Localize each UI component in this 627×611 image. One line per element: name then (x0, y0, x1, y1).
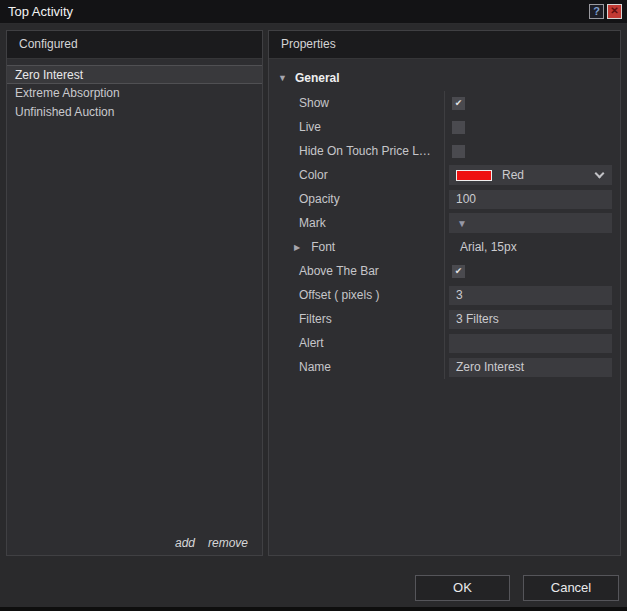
list-item-zero-interest[interactable]: Zero Interest (7, 65, 262, 84)
row-live: Live (269, 115, 620, 139)
row-hide-on-touch: Hide On Touch Price L… (269, 139, 620, 163)
chevron-down-icon (595, 169, 605, 179)
show-label: Show (269, 91, 445, 115)
properties-panel: Properties ▼ General Show ✔ Live Hide On… (268, 30, 621, 556)
titlebar[interactable]: Top Activity ? ✕ (0, 0, 627, 24)
check-icon: ✔ (455, 99, 463, 108)
properties-panel-title: Properties (269, 31, 620, 59)
row-opacity: Opacity (269, 187, 620, 211)
row-name: Name (269, 355, 620, 379)
remove-link[interactable]: remove (208, 536, 248, 550)
ok-button[interactable]: OK (415, 575, 510, 601)
name-input[interactable] (449, 358, 612, 377)
row-show: Show ✔ (269, 91, 620, 115)
list-item-unfinished-auction[interactable]: Unfinished Auction (7, 103, 262, 122)
section-general[interactable]: ▼ General (269, 65, 620, 91)
alert-input[interactable] (449, 334, 612, 353)
hide-on-touch-checkbox[interactable] (452, 145, 465, 158)
close-icon[interactable]: ✕ (607, 4, 622, 19)
row-filters: Filters (269, 307, 620, 331)
show-checkbox[interactable]: ✔ (452, 97, 465, 110)
hide-on-touch-label: Hide On Touch Price L… (269, 139, 445, 163)
window-title: Top Activity (8, 0, 73, 24)
row-alert: Alert (269, 331, 620, 355)
expand-arrow-icon: ▶ (294, 243, 300, 252)
configured-list: Zero Interest Extreme Absorption Unfinis… (7, 65, 262, 122)
list-item-extreme-absorption[interactable]: Extreme Absorption (7, 84, 262, 103)
font-label: Font (311, 240, 335, 254)
offset-label: Offset ( pixels ) (269, 283, 445, 307)
row-above-the-bar: Above The Bar ✔ (269, 259, 620, 283)
live-checkbox[interactable] (452, 121, 465, 134)
list-actions: add remove (175, 536, 248, 550)
opacity-label: Opacity (269, 187, 445, 211)
row-offset: Offset ( pixels ) (269, 283, 620, 307)
window-bottom-edge (0, 607, 627, 611)
collapse-arrow-icon: ▼ (278, 73, 287, 83)
mark-triangle-icon: ▼ (457, 218, 467, 229)
color-label: Color (269, 163, 445, 187)
section-general-label: General (295, 71, 340, 85)
font-value: Arial, 15px (460, 240, 517, 254)
help-icon[interactable]: ? (589, 4, 604, 19)
configured-panel-title: Configured (7, 31, 262, 59)
row-color: Color Red (269, 163, 620, 187)
filters-label: Filters (269, 307, 445, 331)
color-dropdown-value: Red (502, 168, 524, 182)
above-the-bar-label: Above The Bar (269, 259, 445, 283)
font-group-toggle[interactable]: ▶ Font (269, 235, 445, 259)
alert-label: Alert (269, 331, 445, 355)
configured-panel: Configured Zero Interest Extreme Absorpt… (6, 30, 263, 556)
add-link[interactable]: add (175, 536, 195, 550)
properties-grid: ▼ General Show ✔ Live Hide On Touch Pric… (269, 65, 620, 379)
live-label: Live (269, 115, 445, 139)
filters-input[interactable] (449, 310, 612, 329)
mark-dropdown[interactable]: ▼ (449, 213, 612, 233)
offset-input[interactable] (449, 286, 612, 305)
mark-label: Mark (269, 211, 445, 235)
color-swatch (456, 170, 492, 181)
above-the-bar-checkbox[interactable]: ✔ (452, 265, 465, 278)
check-icon: ✔ (455, 267, 463, 276)
color-dropdown[interactable]: Red (449, 165, 612, 185)
row-font: ▶ Font Arial, 15px (269, 235, 620, 259)
cancel-button[interactable]: Cancel (523, 575, 619, 601)
opacity-input[interactable] (449, 190, 612, 209)
row-mark: Mark ▼ (269, 211, 620, 235)
name-label: Name (269, 355, 445, 379)
